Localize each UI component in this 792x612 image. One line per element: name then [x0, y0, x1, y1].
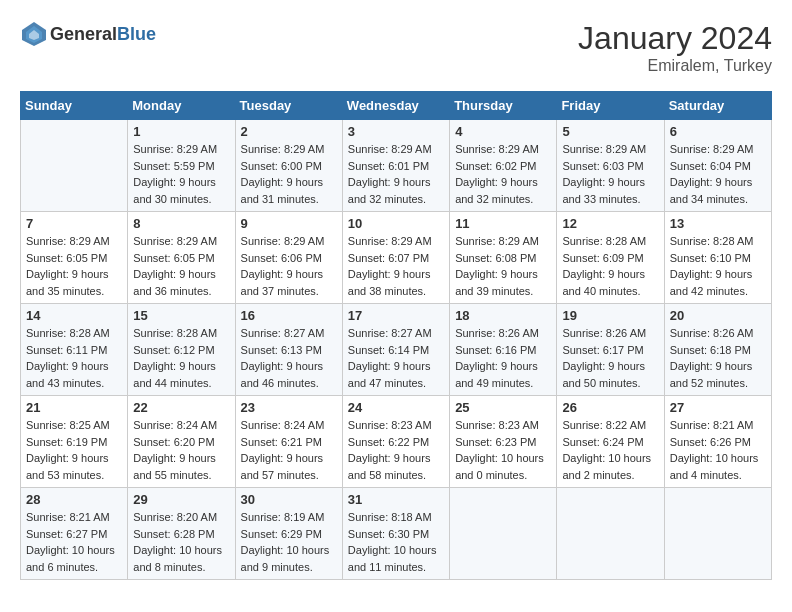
logo-blue: Blue: [117, 24, 156, 44]
day-cell: 9Sunrise: 8:29 AMSunset: 6:06 PMDaylight…: [235, 212, 342, 304]
daylight-text: Daylight: 9 hours and 52 minutes.: [670, 360, 753, 389]
daylight-text: Daylight: 9 hours and 44 minutes.: [133, 360, 216, 389]
sunset-text: Sunset: 6:09 PM: [562, 252, 643, 264]
cell-info: Sunrise: 8:29 AMSunset: 6:08 PMDaylight:…: [455, 233, 551, 299]
sunset-text: Sunset: 6:11 PM: [26, 344, 107, 356]
cell-info: Sunrise: 8:29 AMSunset: 6:01 PMDaylight:…: [348, 141, 444, 207]
sunrise-text: Sunrise: 8:29 AM: [348, 143, 432, 155]
day-cell: 8Sunrise: 8:29 AMSunset: 6:05 PMDaylight…: [128, 212, 235, 304]
day-number: 23: [241, 400, 337, 415]
sunset-text: Sunset: 6:22 PM: [348, 436, 429, 448]
day-number: 7: [26, 216, 122, 231]
cell-info: Sunrise: 8:20 AMSunset: 6:28 PMDaylight:…: [133, 509, 229, 575]
daylight-text: Daylight: 9 hours and 42 minutes.: [670, 268, 753, 297]
sunset-text: Sunset: 6:19 PM: [26, 436, 107, 448]
sunrise-text: Sunrise: 8:19 AM: [241, 511, 325, 523]
sunrise-text: Sunrise: 8:26 AM: [670, 327, 754, 339]
cell-info: Sunrise: 8:26 AMSunset: 6:16 PMDaylight:…: [455, 325, 551, 391]
cell-info: Sunrise: 8:23 AMSunset: 6:23 PMDaylight:…: [455, 417, 551, 483]
sunrise-text: Sunrise: 8:29 AM: [455, 143, 539, 155]
day-number: 18: [455, 308, 551, 323]
day-number: 10: [348, 216, 444, 231]
daylight-text: Daylight: 9 hours and 49 minutes.: [455, 360, 538, 389]
sunrise-text: Sunrise: 8:20 AM: [133, 511, 217, 523]
day-cell: 24Sunrise: 8:23 AMSunset: 6:22 PMDayligh…: [342, 396, 449, 488]
daylight-text: Daylight: 10 hours and 4 minutes.: [670, 452, 759, 481]
day-number: 31: [348, 492, 444, 507]
cell-info: Sunrise: 8:22 AMSunset: 6:24 PMDaylight:…: [562, 417, 658, 483]
day-cell: 27Sunrise: 8:21 AMSunset: 6:26 PMDayligh…: [664, 396, 771, 488]
day-cell: [21, 120, 128, 212]
day-number: 5: [562, 124, 658, 139]
logo-text: GeneralBlue: [50, 24, 156, 45]
daylight-text: Daylight: 9 hours and 39 minutes.: [455, 268, 538, 297]
sunrise-text: Sunrise: 8:28 AM: [562, 235, 646, 247]
day-number: 26: [562, 400, 658, 415]
sunset-text: Sunset: 6:20 PM: [133, 436, 214, 448]
cell-info: Sunrise: 8:29 AMSunset: 6:05 PMDaylight:…: [26, 233, 122, 299]
daylight-text: Daylight: 10 hours and 11 minutes.: [348, 544, 437, 573]
col-header-friday: Friday: [557, 92, 664, 120]
sunrise-text: Sunrise: 8:24 AM: [133, 419, 217, 431]
col-header-tuesday: Tuesday: [235, 92, 342, 120]
day-cell: 11Sunrise: 8:29 AMSunset: 6:08 PMDayligh…: [450, 212, 557, 304]
daylight-text: Daylight: 9 hours and 33 minutes.: [562, 176, 645, 205]
daylight-text: Daylight: 10 hours and 9 minutes.: [241, 544, 330, 573]
sunrise-text: Sunrise: 8:29 AM: [455, 235, 539, 247]
sunset-text: Sunset: 6:03 PM: [562, 160, 643, 172]
day-number: 25: [455, 400, 551, 415]
sunrise-text: Sunrise: 8:27 AM: [348, 327, 432, 339]
calendar-table: SundayMondayTuesdayWednesdayThursdayFrid…: [20, 91, 772, 580]
sunrise-text: Sunrise: 8:29 AM: [26, 235, 110, 247]
cell-info: Sunrise: 8:24 AMSunset: 6:21 PMDaylight:…: [241, 417, 337, 483]
sunset-text: Sunset: 6:10 PM: [670, 252, 751, 264]
daylight-text: Daylight: 9 hours and 50 minutes.: [562, 360, 645, 389]
sunrise-text: Sunrise: 8:29 AM: [241, 143, 325, 155]
sunrise-text: Sunrise: 8:28 AM: [133, 327, 217, 339]
day-number: 3: [348, 124, 444, 139]
logo-icon: [20, 20, 48, 48]
day-cell: 4Sunrise: 8:29 AMSunset: 6:02 PMDaylight…: [450, 120, 557, 212]
cell-info: Sunrise: 8:29 AMSunset: 6:03 PMDaylight:…: [562, 141, 658, 207]
week-row-1: 1Sunrise: 8:29 AMSunset: 5:59 PMDaylight…: [21, 120, 772, 212]
day-cell: 16Sunrise: 8:27 AMSunset: 6:13 PMDayligh…: [235, 304, 342, 396]
daylight-text: Daylight: 9 hours and 46 minutes.: [241, 360, 324, 389]
daylight-text: Daylight: 9 hours and 53 minutes.: [26, 452, 109, 481]
cell-info: Sunrise: 8:26 AMSunset: 6:17 PMDaylight:…: [562, 325, 658, 391]
col-header-sunday: Sunday: [21, 92, 128, 120]
day-number: 28: [26, 492, 122, 507]
sunset-text: Sunset: 6:28 PM: [133, 528, 214, 540]
day-number: 21: [26, 400, 122, 415]
sunset-text: Sunset: 6:21 PM: [241, 436, 322, 448]
sunset-text: Sunset: 6:27 PM: [26, 528, 107, 540]
sunrise-text: Sunrise: 8:29 AM: [348, 235, 432, 247]
sunset-text: Sunset: 6:30 PM: [348, 528, 429, 540]
page-header: GeneralBlue January 2024 Emiralem, Turke…: [20, 20, 772, 75]
sunset-text: Sunset: 6:13 PM: [241, 344, 322, 356]
day-cell: 20Sunrise: 8:26 AMSunset: 6:18 PMDayligh…: [664, 304, 771, 396]
day-number: 8: [133, 216, 229, 231]
sunrise-text: Sunrise: 8:29 AM: [670, 143, 754, 155]
day-cell: 13Sunrise: 8:28 AMSunset: 6:10 PMDayligh…: [664, 212, 771, 304]
cell-info: Sunrise: 8:28 AMSunset: 6:09 PMDaylight:…: [562, 233, 658, 299]
day-cell: 29Sunrise: 8:20 AMSunset: 6:28 PMDayligh…: [128, 488, 235, 580]
sunset-text: Sunset: 6:07 PM: [348, 252, 429, 264]
daylight-text: Daylight: 10 hours and 2 minutes.: [562, 452, 651, 481]
cell-info: Sunrise: 8:29 AMSunset: 6:07 PMDaylight:…: [348, 233, 444, 299]
sunset-text: Sunset: 6:12 PM: [133, 344, 214, 356]
cell-info: Sunrise: 8:29 AMSunset: 6:05 PMDaylight:…: [133, 233, 229, 299]
sunrise-text: Sunrise: 8:28 AM: [670, 235, 754, 247]
day-cell: 15Sunrise: 8:28 AMSunset: 6:12 PMDayligh…: [128, 304, 235, 396]
day-cell: 2Sunrise: 8:29 AMSunset: 6:00 PMDaylight…: [235, 120, 342, 212]
sunset-text: Sunset: 6:26 PM: [670, 436, 751, 448]
calendar-header-row: SundayMondayTuesdayWednesdayThursdayFrid…: [21, 92, 772, 120]
col-header-monday: Monday: [128, 92, 235, 120]
sunrise-text: Sunrise: 8:28 AM: [26, 327, 110, 339]
sunrise-text: Sunrise: 8:29 AM: [241, 235, 325, 247]
sunset-text: Sunset: 6:17 PM: [562, 344, 643, 356]
daylight-text: Daylight: 9 hours and 32 minutes.: [348, 176, 431, 205]
sunrise-text: Sunrise: 8:29 AM: [133, 235, 217, 247]
day-cell: 31Sunrise: 8:18 AMSunset: 6:30 PMDayligh…: [342, 488, 449, 580]
day-cell: 21Sunrise: 8:25 AMSunset: 6:19 PMDayligh…: [21, 396, 128, 488]
sunset-text: Sunset: 6:08 PM: [455, 252, 536, 264]
